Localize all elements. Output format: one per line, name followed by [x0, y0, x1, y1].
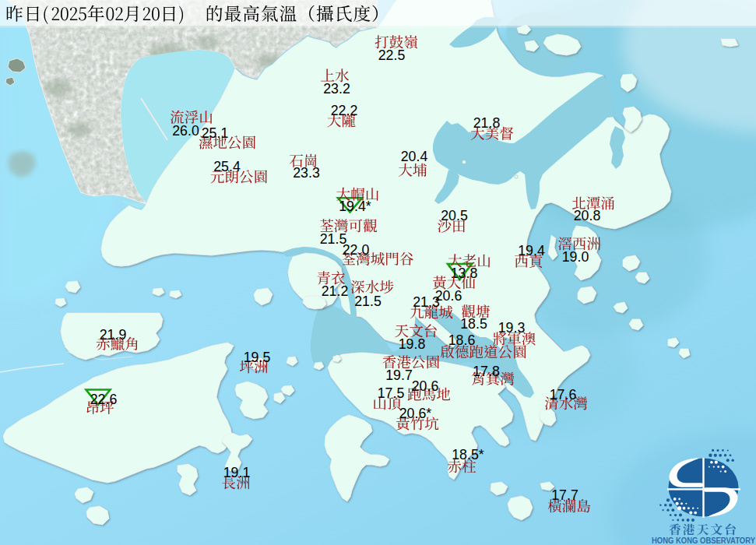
svg-text:HONG KONG OBSERVATORY: HONG KONG OBSERVATORY [652, 536, 755, 545]
svg-text:18.5: 18.5 [460, 316, 487, 332]
svg-text:19.4*: 19.4* [339, 199, 371, 214]
svg-text:22.0: 22.0 [343, 242, 370, 258]
svg-text:22.2: 22.2 [331, 103, 358, 118]
svg-text:21.9: 21.9 [100, 327, 127, 343]
svg-text:17.8: 17.8 [473, 364, 500, 379]
svg-text:20.6*: 20.6* [399, 406, 432, 421]
svg-text:17.5: 17.5 [378, 385, 405, 401]
svg-text:19.7: 19.7 [385, 367, 413, 383]
svg-text:23.3: 23.3 [293, 165, 320, 181]
svg-text:21.5: 21.5 [354, 294, 382, 309]
svg-text:20.8: 20.8 [574, 208, 601, 223]
svg-text:20.5: 20.5 [441, 208, 468, 223]
svg-text:20.4: 20.4 [401, 149, 428, 164]
svg-text:21.2: 21.2 [322, 283, 349, 299]
svg-text:17.7: 17.7 [551, 487, 578, 503]
svg-text:18.5*: 18.5* [452, 447, 484, 462]
svg-text:20.6: 20.6 [412, 378, 439, 394]
svg-text:25.4: 25.4 [213, 159, 241, 174]
svg-text:19.1: 19.1 [223, 465, 251, 480]
svg-text:17.6: 17.6 [550, 387, 577, 403]
svg-text:19.8: 19.8 [399, 336, 426, 352]
svg-text:22.6: 22.6 [90, 392, 118, 407]
svg-text:19.3: 19.3 [498, 320, 526, 336]
svg-text:23.2: 23.2 [323, 81, 350, 97]
svg-text:25.1: 25.1 [202, 125, 229, 141]
svg-text:19.0: 19.0 [562, 249, 589, 265]
svg-text:19.4: 19.4 [518, 243, 545, 258]
svg-text:21.3: 21.3 [413, 294, 440, 310]
svg-text:18.6: 18.6 [448, 332, 476, 348]
svg-text:19.5: 19.5 [244, 350, 271, 365]
svg-text:26.0: 26.0 [172, 123, 199, 139]
svg-text:22.5: 22.5 [378, 47, 406, 63]
svg-text:21.8: 21.8 [473, 115, 501, 131]
